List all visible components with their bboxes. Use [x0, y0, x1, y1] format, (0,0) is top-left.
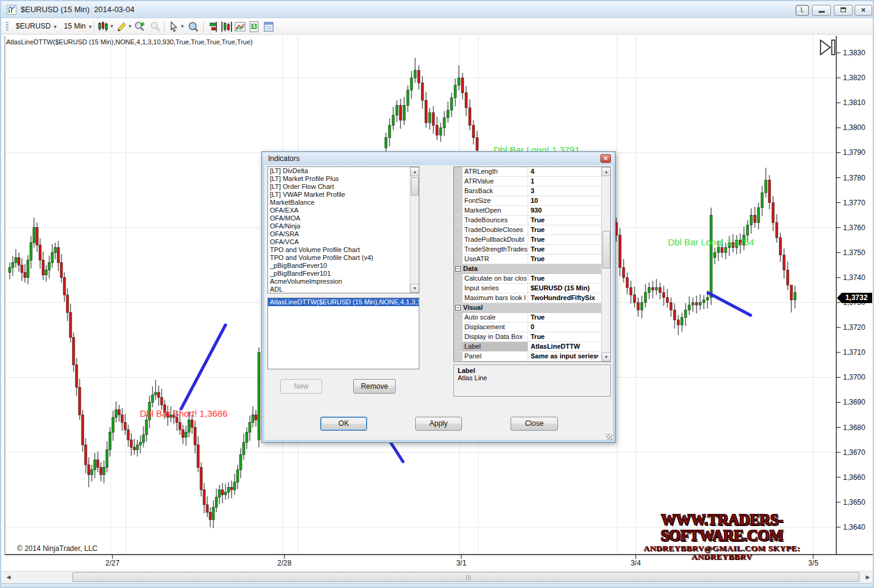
zoom-in-icon[interactable] — [134, 21, 146, 33]
close-window-button[interactable]: ✕ — [855, 5, 872, 16]
scrollbar-thumb[interactable] — [602, 231, 610, 268]
apply-button[interactable]: Apply — [415, 417, 462, 431]
property-row[interactable]: TradeStrengthTradesTrue — [454, 245, 601, 255]
scroll-left-arrow[interactable]: ◀ — [4, 572, 13, 582]
property-row[interactable]: FontSize10 — [454, 196, 601, 206]
property-row[interactable]: TradePullbackDoublTrue — [454, 235, 601, 245]
property-row[interactable]: Maximum bars look lTwoHundredFiftySix — [454, 293, 601, 303]
indicator-list-item[interactable]: AcmeVolumeImpression — [268, 278, 410, 285]
dialog-titlebar[interactable]: Indicators — [263, 152, 614, 165]
property-value[interactable]: 3 — [528, 186, 601, 196]
reload-bars-icon[interactable] — [208, 21, 220, 33]
indicator-list-item[interactable]: OFA/EXA — [268, 207, 410, 214]
pointer-icon[interactable] — [168, 21, 180, 33]
property-value[interactable]: True — [528, 255, 601, 264]
indicator-list-item[interactable]: [LT] Order Flow Chart — [268, 183, 410, 191]
indicator-list-item[interactable]: OFA/SRA — [268, 230, 410, 238]
indicator-list-item[interactable]: OFA/VCA — [268, 238, 410, 246]
go-to-last-bar-icon[interactable] — [818, 38, 838, 58]
symbol-dropdown[interactable]: $EURUSD ▼ — [16, 22, 58, 30]
property-value[interactable]: Same as input series▼ — [528, 352, 601, 361]
chevron-down-icon[interactable]: ▼ — [180, 24, 185, 29]
property-value[interactable]: True — [528, 274, 601, 283]
property-grid[interactable]: ATRLength4ATRValue1BarsBack3FontSize10Ma… — [453, 166, 611, 362]
scroll-down-arrow[interactable]: ▼ — [602, 352, 611, 361]
property-row[interactable]: Displacement0 — [454, 323, 601, 332]
period-dropdown[interactable]: 15 Min ▼ — [64, 22, 92, 30]
toolbar-grip[interactable] — [6, 22, 9, 32]
scrollbar-thumb[interactable] — [72, 572, 859, 582]
indicator-list-item[interactable]: _pBigBandFever101 — [268, 270, 410, 278]
property-category-row[interactable]: −Visual — [454, 303, 601, 313]
indicator-list-item[interactable]: [LT] DivDelta — [268, 167, 410, 175]
property-row[interactable]: ATRValue1 — [454, 177, 601, 186]
property-category-row[interactable]: −Data — [454, 264, 601, 274]
list-scrollbar[interactable]: ▲ ▼ — [410, 167, 419, 293]
property-value[interactable]: AtlasLineDTTW — [528, 342, 601, 351]
property-value[interactable]: True — [528, 216, 601, 225]
scroll-right-arrow[interactable]: ▶ — [863, 572, 873, 582]
property-value[interactable]: $EURUSD (15 Min) — [528, 284, 601, 293]
scrollbar-thumb[interactable] — [411, 177, 419, 196]
property-row[interactable]: Display in Data BoxTrue — [454, 332, 601, 342]
indicator-list-item[interactable]: OFA/Ninja — [268, 222, 410, 230]
collapse-icon[interactable]: − — [455, 266, 461, 272]
link-button[interactable]: L — [796, 5, 809, 16]
property-value[interactable]: True — [528, 313, 601, 322]
indicators-icon[interactable] — [234, 21, 246, 33]
property-row[interactable]: MarketOpen930 — [454, 206, 601, 216]
property-row[interactable]: TradeBouncesTrue — [454, 216, 601, 225]
property-row[interactable]: Auto scaleTrue — [454, 313, 601, 323]
available-indicators-list[interactable]: [LT] DivDelta[LT] Market Profile Plus[LT… — [267, 166, 419, 293]
new-button[interactable]: New — [280, 379, 322, 394]
property-row[interactable]: TradeDoubleClosesTrue — [454, 225, 601, 235]
property-row[interactable]: BarsBack3 — [454, 186, 601, 196]
remove-button[interactable]: Remove — [353, 379, 396, 394]
chevron-down-icon[interactable]: ▼ — [109, 24, 114, 29]
chevron-down-icon[interactable]: ▼ — [128, 24, 132, 29]
property-value[interactable]: True — [528, 332, 601, 341]
property-value[interactable]: True — [528, 235, 601, 244]
dialog-close-button[interactable]: ✕ — [600, 154, 611, 163]
indicator-list-item[interactable]: MarketBalance — [268, 199, 410, 207]
property-row[interactable]: Input series$EURUSD (15 Min) — [454, 284, 601, 293]
strategies-icon[interactable]: $ — [248, 21, 260, 33]
configured-indicator-item[interactable]: AtlasLineDTTW($EURUSD (15 Min),NONE,4,1,… — [268, 298, 419, 306]
restore-button[interactable] — [834, 5, 853, 16]
property-value[interactable]: True — [528, 225, 601, 234]
chart-trader-icon[interactable] — [221, 21, 233, 33]
property-row[interactable]: LabelAtlasLineDTTW — [454, 342, 601, 352]
property-row[interactable]: UseATRTrue — [454, 255, 601, 264]
property-value[interactable]: True — [528, 245, 601, 254]
chevron-down-icon[interactable]: ▼ — [595, 352, 600, 361]
window-titlebar[interactable]: $EURUSD (15 Min) 2014-03-04 L ✕ — [1, 1, 873, 18]
scroll-down-arrow[interactable]: ▼ — [410, 284, 419, 293]
property-value[interactable]: 0 — [528, 323, 601, 332]
property-value[interactable]: 1 — [528, 177, 601, 186]
property-row[interactable]: Calculate on bar closTrue — [454, 274, 601, 284]
property-row[interactable]: PanelSame as input series▼ — [454, 352, 601, 361]
property-value[interactable]: 4 — [528, 167, 601, 176]
ok-button[interactable]: OK — [320, 417, 367, 431]
grid-scrollbar[interactable]: ▲ ▼ — [601, 167, 610, 361]
property-value[interactable]: TwoHundredFiftySix — [528, 293, 601, 303]
indicator-list-item[interactable]: ADL — [268, 285, 410, 293]
property-value[interactable]: 930 — [528, 206, 601, 215]
minimize-button[interactable] — [812, 5, 831, 16]
configured-indicators-list[interactable]: AtlasLineDTTW($EURUSD (15 Min),NONE,4,1,… — [267, 298, 419, 369]
properties-icon[interactable] — [263, 21, 275, 33]
indicator-list-item[interactable]: _pBigBandFever10 — [268, 262, 410, 270]
indicator-list-item[interactable]: [LT] Market Profile Plus — [268, 175, 410, 183]
resize-grip[interactable] — [606, 434, 612, 440]
indicator-list-item[interactable]: TPO and Volume Profile Chart (v4) — [268, 254, 410, 262]
property-row[interactable]: ATRLength4 — [454, 167, 601, 177]
property-value[interactable]: 10 — [528, 196, 601, 205]
indicator-list-item[interactable]: TPO and Volume Profile Chart — [268, 246, 410, 254]
draw-pencil-icon[interactable] — [115, 21, 128, 33]
bar-type-icon[interactable] — [97, 21, 109, 33]
dialog-close-action-button[interactable]: Close — [511, 417, 558, 431]
data-box-icon[interactable] — [187, 21, 199, 33]
indicator-list-item[interactable]: OFA/MOA — [268, 214, 410, 222]
scroll-up-arrow[interactable]: ▲ — [602, 167, 611, 176]
indicator-list-item[interactable]: [LT] VWAP Market Profile — [268, 191, 410, 199]
